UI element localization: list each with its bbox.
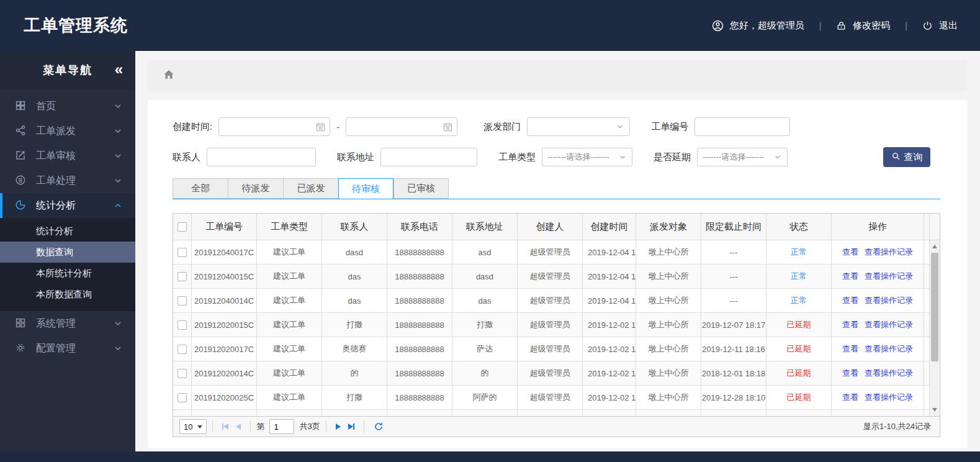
scroll-down-icon[interactable] [930,405,940,415]
view-log-link[interactable]: 查看操作记录 [865,295,913,306]
row-checkbox[interactable] [178,369,187,378]
page-number-input[interactable] [269,419,294,434]
cell-phone: 18888888888 [387,337,452,361]
view-link[interactable]: 查看 [842,343,858,355]
sidebar-item-2[interactable]: 工单审核 [0,143,135,168]
view-link[interactable]: 查看 [842,319,858,330]
delay-label: 是否延期 [654,152,691,163]
contact-input[interactable] [207,148,316,166]
sidebar-item-3[interactable]: 工单处理 [0,168,135,193]
sidebar-subitem-2[interactable]: 本所统计分析 [0,263,135,284]
search-button-label: 查询 [904,152,923,163]
view-log-link[interactable]: 查看操作记录 [865,343,913,355]
sidebar-item-1[interactable]: 工单派发 [0,119,135,143]
sidebar-subitem-0[interactable]: 统计分析 [0,220,135,242]
sidebar-subitem-3[interactable]: 本所数据查询 [0,284,135,305]
first-page-icon[interactable] [222,424,228,430]
app-title: 工单管理系统 [24,14,128,37]
next-page-icon[interactable] [336,424,341,430]
cell-status: 已延期 [766,386,832,409]
cell-type: 建议工单 [257,240,322,264]
cell-creator: 超级管理员 [518,240,583,264]
cell-deadline: 2019-12-28 18:10 [701,386,766,409]
calendar-icon[interactable] [438,118,457,135]
tab-0[interactable]: 全部 [173,178,228,199]
address-input[interactable] [380,148,477,166]
top-header: 工单管理系统 您好，超级管理员 | 修改密码 | 退出 [0,0,980,51]
empty-cell [701,410,766,417]
tab-1[interactable]: 待派发 [228,178,283,199]
view-link[interactable]: 查看 [842,368,858,379]
cell-address: 打撒 [452,313,518,337]
row-checkbox[interactable] [178,248,187,257]
view-log-link[interactable]: 查看操作记录 [865,247,913,258]
cell-status: 已延期 [766,361,832,385]
sidebar-header: 菜单导航 « [0,51,135,89]
cell-address: asd [452,240,518,264]
depart-label: 派发部门 [483,121,521,133]
sidebar-item-6[interactable]: 配置管理 [0,336,135,361]
type-select-value: -------请选择------- [547,152,609,163]
last-page-icon[interactable] [348,424,354,430]
cell-actions: 查看查看操作记录 [832,240,924,264]
cell-address: dasd [452,265,518,288]
scrollbar-track[interactable] [929,240,940,416]
view-link[interactable]: 查看 [842,271,858,282]
row-checkbox-cell [173,410,192,417]
sidebar-item-label: 工单派发 [36,125,113,138]
user-greeting[interactable]: 您好，超级管理员 [712,20,804,32]
view-log-link[interactable]: 查看操作记录 [865,271,913,282]
column-header: 工单类型 [257,214,322,240]
row-checkbox[interactable] [178,296,187,306]
page-size-value: 10 [184,422,192,432]
cell-contact: dasd [322,240,387,264]
tab-4[interactable]: 已审核 [393,178,449,199]
tab-2[interactable]: 已派发 [283,178,338,199]
sidebar-subitem-1[interactable]: 数据查询 [0,242,135,263]
gear-icon [15,342,27,355]
row-checkbox[interactable] [178,345,187,354]
page-size-select[interactable]: 10 [179,419,207,434]
vertical-scrollbar[interactable] [929,214,940,416]
cell-address: 的 [452,361,518,385]
empty-cell [636,410,701,417]
sidebar-item-4[interactable]: 统计分析 [0,193,135,218]
view-link[interactable]: 查看 [842,392,858,403]
sidebar-item-5[interactable]: 系统管理 [0,311,135,336]
select-all-checkbox[interactable] [178,222,187,232]
order-no-input[interactable] [695,117,790,136]
row-checkbox[interactable] [178,393,187,402]
view-link[interactable]: 查看 [842,295,858,306]
sidebar-collapse-icon[interactable]: « [115,62,123,77]
view-link[interactable]: 查看 [842,247,858,258]
scrollbar-thumb[interactable] [931,253,938,361]
cell-actions: 查看查看操作记录 [832,361,924,385]
view-log-link[interactable]: 查看操作记录 [865,368,913,379]
scroll-up-icon[interactable] [930,242,940,251]
row-checkbox[interactable] [178,272,187,281]
date-from-wrap [218,117,330,136]
depart-select[interactable] [527,117,630,136]
sidebar-item-0[interactable]: 首页 [0,94,135,119]
edit-icon [15,150,27,162]
refresh-icon[interactable] [374,422,384,432]
tab-3[interactable]: 待审核 [338,178,393,199]
delay-select[interactable]: -------请选择------- [697,148,788,166]
prev-page-icon[interactable] [236,424,241,430]
calendar-icon[interactable] [311,118,330,135]
column-header: 状态 [766,214,832,240]
type-select[interactable]: -------请选择------- [542,148,632,166]
column-header: 创建人 [518,214,583,240]
table-row-partial [173,410,930,417]
empty-cell [518,410,583,417]
logout-button[interactable]: 退出 [922,20,958,32]
home-icon[interactable] [163,68,175,83]
column-header: 联系电话 [387,214,452,240]
row-checkbox[interactable] [178,320,187,330]
cell-target: 墩上中心所 [636,386,701,409]
change-password-button[interactable]: 修改密码 [836,20,890,32]
search-button[interactable]: 查询 [883,147,930,167]
view-log-link[interactable]: 查看操作记录 [865,392,913,403]
chevron-down-icon [113,319,123,328]
view-log-link[interactable]: 查看操作记录 [865,319,913,330]
